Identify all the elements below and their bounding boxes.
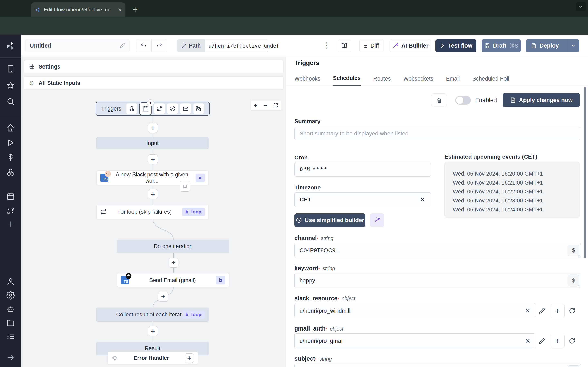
fit-view-button[interactable]: [273, 103, 278, 108]
redo-button[interactable]: [152, 39, 167, 52]
refresh-resource-button[interactable]: [569, 307, 576, 314]
error-handler-node[interactable]: Error Handler +: [108, 351, 198, 365]
add-step-button[interactable]: +: [158, 292, 168, 301]
deploy-main[interactable]: Deploy: [526, 42, 564, 49]
tab-schedules[interactable]: Schedules: [333, 75, 361, 86]
add-step-button[interactable]: +: [148, 189, 158, 199]
slack-step-node[interactable]: TS A new Slack post with a given wor... …: [96, 171, 209, 185]
add-step-button[interactable]: +: [148, 154, 158, 164]
windmill-logo[interactable]: [6, 41, 16, 51]
tab-close-icon[interactable]: ×: [118, 7, 122, 13]
channel-input[interactable]: [294, 243, 581, 258]
test-flow-button[interactable]: Test flow: [435, 39, 476, 52]
sidebar-item-add[interactable]: [7, 220, 15, 228]
insert-expression-button[interactable]: $: [568, 275, 579, 286]
do-one-iteration-node[interactable]: Do one iteration: [117, 240, 229, 253]
deploy-dropdown[interactable]: [567, 39, 579, 52]
ai-cron-button[interactable]: [370, 213, 384, 227]
undo-button[interactable]: [136, 39, 152, 52]
delete-schedule-button[interactable]: [432, 93, 447, 107]
flow-canvas[interactable]: Settings $ All Static Inputs Triggers 1: [21, 57, 286, 367]
sidebar-item-variables[interactable]: [7, 153, 15, 161]
send-email-node[interactable]: TS Send Email (gmail) b: [117, 273, 229, 287]
resize-handle[interactable]: [577, 255, 580, 258]
sidebar-item-workspace[interactable]: [6, 65, 15, 73]
sidebar-item-workers[interactable]: [6, 305, 15, 314]
sidebar-item-logs[interactable]: [6, 332, 15, 341]
summary-input[interactable]: [294, 127, 580, 140]
zoom-in-button[interactable]: +: [254, 102, 258, 109]
websocket-trigger-icon[interactable]: [167, 103, 178, 114]
slack-resource-input[interactable]: [294, 303, 535, 318]
all-static-inputs-card[interactable]: $ All Static Inputs: [24, 76, 283, 90]
tab-routes[interactable]: Routes: [373, 76, 391, 86]
timezone-input[interactable]: [294, 192, 431, 207]
sidebar-item-settings[interactable]: [6, 291, 15, 300]
path-label-segment[interactable]: Path: [177, 39, 205, 52]
gmail-auth-input[interactable]: [294, 333, 535, 349]
pencil-icon[interactable]: [120, 43, 126, 49]
sidebar-item-search[interactable]: [6, 97, 15, 106]
flow-name-box[interactable]: Untitled: [25, 39, 130, 52]
simplified-builder-button[interactable]: Use simplified builder: [294, 213, 365, 227]
panel-scrollbar-thumb[interactable]: [584, 87, 586, 258]
schedule-trigger-icon[interactable]: 1: [139, 102, 152, 115]
add-resource-button[interactable]: +: [551, 334, 564, 349]
tab-email[interactable]: Email: [446, 76, 460, 86]
more-options-kebab-icon[interactable]: ⋮: [323, 42, 330, 49]
sidebar-item-folders[interactable]: [6, 319, 15, 327]
zoom-out-button[interactable]: −: [263, 102, 267, 109]
forloop-node[interactable]: For loop (skip failures) b_loop: [96, 205, 209, 219]
settings-card-label: Settings: [39, 64, 61, 70]
new-tab-button[interactable]: +: [132, 4, 138, 15]
webhook-trigger-icon[interactable]: [126, 103, 137, 114]
keyword-input[interactable]: [294, 273, 581, 288]
deploy-button[interactable]: Deploy: [526, 39, 579, 52]
add-step-button[interactable]: +: [148, 123, 158, 133]
insert-expression-button[interactable]: $: [568, 365, 579, 367]
resize-handle[interactable]: [577, 285, 580, 288]
sidebar-item-users[interactable]: [6, 277, 15, 286]
add-resource-button[interactable]: +: [551, 304, 564, 318]
route-trigger-icon[interactable]: [154, 103, 165, 114]
clear-resource-button[interactable]: [525, 308, 531, 314]
apply-changes-button[interactable]: Apply changes now: [503, 93, 580, 107]
skip-module-button[interactable]: [180, 181, 190, 192]
email-trigger-icon[interactable]: [180, 103, 191, 114]
add-step-button[interactable]: +: [169, 258, 178, 267]
insert-expression-button[interactable]: $: [568, 245, 579, 256]
input-node[interactable]: Input: [96, 137, 209, 149]
collect-result-node[interactable]: Collect result of each iteration b_loop: [96, 308, 209, 322]
scheduled-poll-trigger-icon[interactable]: [193, 103, 204, 114]
draft-button[interactable]: Draft ⌘S: [482, 39, 521, 52]
settings-card[interactable]: Settings: [24, 60, 283, 73]
clear-resource-button[interactable]: [525, 338, 531, 344]
enabled-toggle[interactable]: [455, 96, 471, 105]
browser-tab[interactable]: Edit Flow u/henri/effective_un ×: [31, 2, 125, 17]
sidebar-item-schedules[interactable]: [6, 192, 15, 201]
sidebar-item-resources[interactable]: [6, 168, 15, 176]
refresh-resource-button[interactable]: [569, 337, 576, 344]
sidebar-item-runs[interactable]: [7, 139, 15, 147]
tab-webhooks[interactable]: Webhooks: [294, 76, 320, 86]
sidebar-item-favorites[interactable]: [6, 81, 15, 90]
path-input[interactable]: u/henri/effective_undef: [205, 39, 268, 52]
sidebar-item-routes[interactable]: [6, 207, 15, 215]
clear-timezone-button[interactable]: [419, 196, 426, 203]
docs-button[interactable]: [338, 39, 351, 52]
ai-builder-button[interactable]: AI Builder: [390, 39, 431, 52]
sidebar-expand-button[interactable]: [7, 354, 15, 362]
edit-resource-button[interactable]: [539, 337, 545, 344]
building-icon: [6, 65, 15, 73]
triggers-node[interactable]: Triggers 1: [95, 101, 210, 116]
tab-scheduled-poll[interactable]: Scheduled Poll: [472, 76, 509, 86]
cron-input[interactable]: [294, 162, 431, 176]
add-error-handler-button[interactable]: +: [185, 353, 194, 363]
tab-websockets[interactable]: Websockets: [403, 76, 433, 86]
add-step-button[interactable]: +: [148, 326, 158, 336]
sidebar-item-home[interactable]: [6, 124, 15, 132]
edit-resource-button[interactable]: [539, 307, 545, 314]
subject-input[interactable]: [294, 364, 581, 367]
tab-search-button[interactable]: [576, 2, 586, 11]
diff-button[interactable]: ± Diff: [359, 39, 384, 52]
